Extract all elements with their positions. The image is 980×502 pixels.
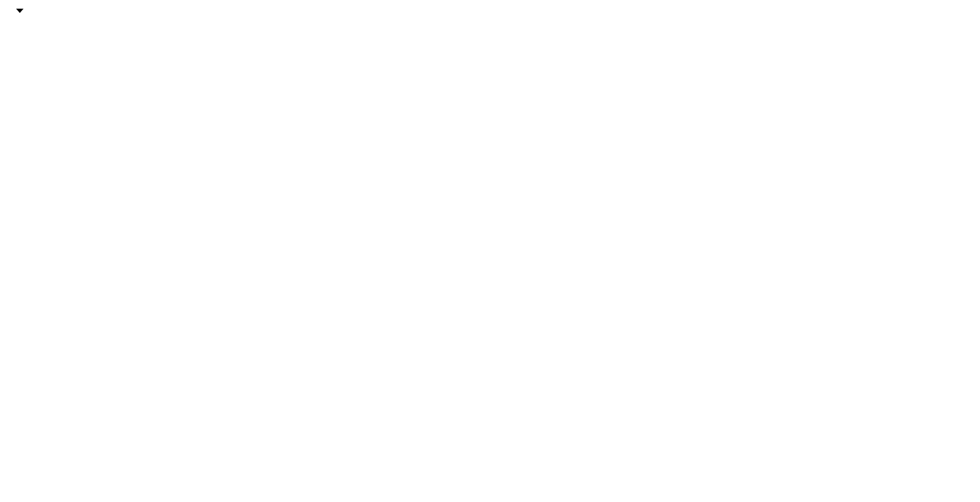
- symbol-dropdown-icon[interactable]: [16, 9, 24, 13]
- mt4-chart-window: [0, 0, 980, 502]
